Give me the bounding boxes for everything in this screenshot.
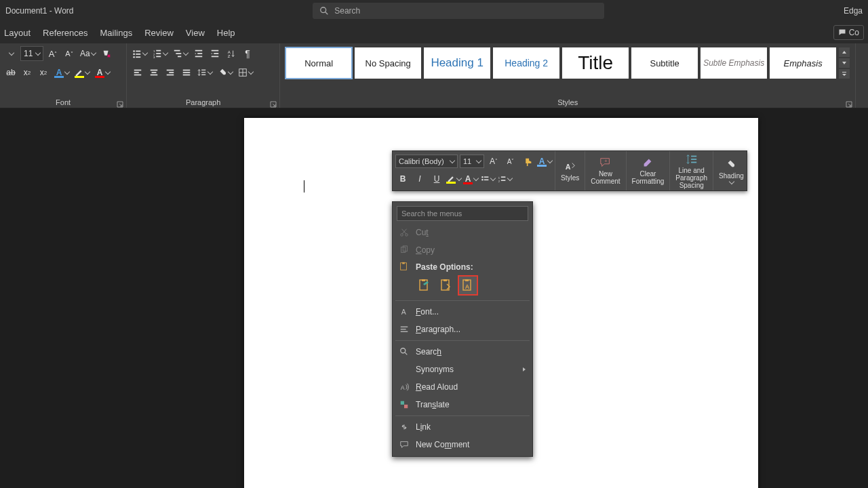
paste-keep-source-formatting[interactable] [416,277,433,294]
menu-link[interactable]: Link [393,418,532,436]
svg-rect-35 [183,72,191,73]
mini-shading-button[interactable]: Shading [713,151,749,190]
copy-icon [399,245,410,256]
mini-grow-font[interactable]: A˄ [486,154,501,169]
tell-me-search[interactable]: Search [313,3,604,19]
svg-point-2 [133,50,135,52]
decrease-indent-button[interactable] [192,46,205,61]
align-center-button[interactable] [147,65,161,80]
grow-font-button[interactable]: A˄ [46,46,60,61]
style-subtle-emphasis[interactable]: Subtle Emphasis [701,47,767,79]
mini-italic[interactable]: I [412,171,427,186]
mini-underline[interactable]: U [429,171,444,186]
menu-search-input[interactable]: Search the menus [397,206,528,221]
menu-font[interactable]: A Font... [393,303,532,321]
text-cursor [304,180,304,192]
shrink-font-button[interactable]: A˅ [62,46,76,61]
font-group: 11 A˄ A˅ Aa ab x2 x2 A A Font [0,43,127,108]
paste-options-row: A [393,274,532,298]
align-right-button[interactable] [163,65,177,80]
justify-button[interactable] [180,65,193,80]
menu-search[interactable]: Search [393,343,532,361]
strikethrough-button[interactable]: ab [4,65,18,80]
paragraph-dialog-launcher[interactable] [270,98,277,105]
user-name[interactable]: Edga [844,6,863,16]
link-icon [399,422,410,432]
tab-help[interactable]: Help [217,28,235,38]
bucket-icon [725,159,737,171]
menu-paragraph[interactable]: Paragraph... [393,321,532,338]
mini-font-color[interactable]: A [463,171,478,186]
font-dialog-launcher[interactable] [117,98,123,105]
font-name-dropdown[interactable] [4,46,18,61]
highlight-button[interactable] [73,65,91,80]
menu-translate[interactable]: Translate [393,396,532,413]
clipboard-icon [399,262,410,272]
mini-highlight[interactable] [446,171,461,186]
svg-rect-29 [152,72,157,73]
mini-new-comment-button[interactable]: + New Comment [585,151,625,190]
tab-mailings[interactable]: Mailings [100,28,133,38]
tab-view[interactable]: View [186,28,205,38]
style-heading-1[interactable]: Heading 1 [424,47,490,79]
styles-gallery-scroll[interactable] [839,47,850,79]
svg-point-57 [401,234,403,237]
tab-references[interactable]: References [43,28,87,38]
style-title[interactable]: Title [562,47,629,79]
paste-merge-formatting[interactable] [437,277,455,294]
tab-layout[interactable]: Layout [4,28,31,38]
menu-synonyms[interactable]: Synonyms [393,361,532,378]
subscript-button[interactable]: x2 [20,65,34,80]
style-subtitle[interactable]: Subtitle [631,47,698,79]
ribbon: 11 A˄ A˅ Aa ab x2 x2 A A Font 123 [0,43,868,108]
svg-rect-47 [484,179,488,180]
mini-bold[interactable]: B [395,171,410,186]
styles-icon: A [564,161,576,173]
mini-format-painter[interactable] [520,154,535,169]
numbering-button[interactable]: 123 [151,46,169,61]
comment-icon [399,439,410,450]
bullets-button[interactable] [131,46,149,61]
style-emphasis[interactable]: Emphasis [770,47,836,79]
ribbon-overflow[interactable] [856,43,868,108]
style-heading-2[interactable]: Heading 2 [493,47,559,79]
tab-review[interactable]: Review [144,28,174,38]
align-left-button[interactable] [131,65,144,80]
svg-text:A: A [465,283,470,290]
paste-keep-text-only[interactable]: A [459,277,477,294]
style-normal[interactable]: Normal [285,47,352,79]
svg-text:A: A [401,308,406,316]
svg-rect-18 [197,53,202,54]
mini-font-combo[interactable]: Calibri (Body) [395,155,458,168]
line-spacing-button[interactable] [196,65,214,80]
menu-new-comment[interactable]: New Comment [393,436,532,453]
svg-rect-21 [214,53,218,54]
mini-numbering[interactable]: 12 [497,171,512,186]
mini-line-spacing-button[interactable]: Line and Paragraph Spacing [669,151,713,190]
shading-button[interactable] [216,65,234,80]
borders-button[interactable] [237,65,254,80]
font-size-combo[interactable]: 11 [20,46,43,61]
menu-read-aloud[interactable]: A Read Aloud [393,378,532,396]
mini-bullets[interactable] [480,171,495,186]
mini-font-size-combo[interactable]: 11 [460,155,484,168]
sort-button[interactable]: AZ [224,46,238,61]
mini-styles-icon[interactable]: A [537,154,552,169]
clear-formatting-button[interactable] [100,46,113,61]
mini-shrink-font[interactable]: A˅ [503,154,518,169]
mini-styles-button[interactable]: A Styles [555,151,585,190]
superscript-button[interactable]: x2 [37,65,50,80]
comment-icon: + [599,157,612,169]
svg-rect-71 [401,327,408,327]
increase-indent-button[interactable] [208,46,222,61]
style-no-spacing[interactable]: No Spacing [355,47,421,79]
svg-point-74 [401,348,406,353]
mini-clear-formatting-button[interactable]: Clear Formatting [626,151,670,190]
text-effects-button[interactable]: A [53,65,71,80]
multilevel-list-button[interactable] [172,46,189,61]
show-marks-button[interactable]: ¶ [241,46,254,61]
comments-button[interactable]: Co [833,25,864,40]
change-case-button[interactable]: Aa [79,46,97,61]
styles-dialog-launcher[interactable] [846,98,852,105]
font-color-button[interactable]: A [94,65,111,80]
